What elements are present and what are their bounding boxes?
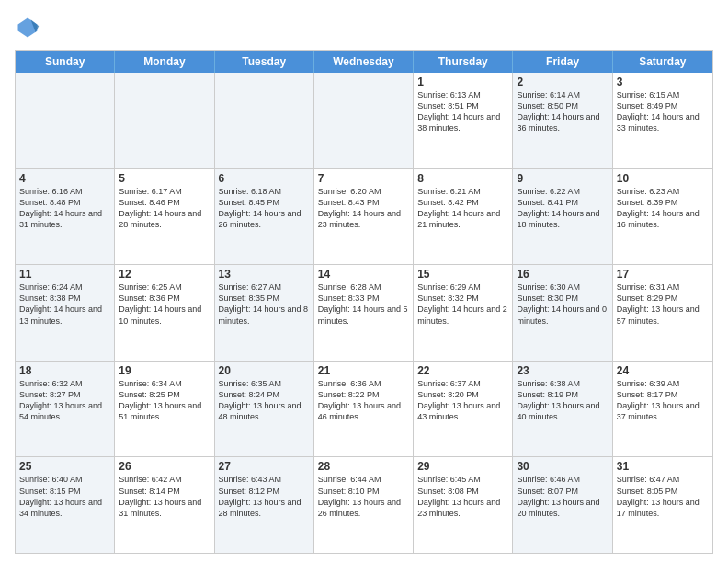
day-number: 16 (517, 268, 608, 281)
day-cell-21: 21Sunrise: 6:36 AM Sunset: 8:22 PM Dayli… (314, 362, 414, 457)
day-info: Sunrise: 6:15 AM Sunset: 8:49 PM Dayligh… (617, 89, 709, 134)
day-info: Sunrise: 6:46 AM Sunset: 8:07 PM Dayligh… (517, 474, 608, 519)
day-info: Sunrise: 6:22 AM Sunset: 8:41 PM Dayligh… (517, 186, 608, 231)
day-number: 10 (617, 172, 709, 185)
day-cell-30: 30Sunrise: 6:46 AM Sunset: 8:07 PM Dayli… (513, 457, 612, 553)
day-info: Sunrise: 6:43 AM Sunset: 8:12 PM Dayligh… (219, 474, 310, 519)
day-cell-17: 17Sunrise: 6:31 AM Sunset: 8:29 PM Dayli… (613, 265, 712, 361)
day-cell-5: 5Sunrise: 6:17 AM Sunset: 8:46 PM Daylig… (115, 169, 214, 265)
calendar-row-1: 4Sunrise: 6:16 AM Sunset: 8:48 PM Daylig… (16, 168, 712, 265)
header-day-wednesday: Wednesday (314, 51, 414, 73)
day-info: Sunrise: 6:28 AM Sunset: 8:33 PM Dayligh… (318, 282, 409, 327)
day-info: Sunrise: 6:29 AM Sunset: 8:32 PM Dayligh… (417, 282, 508, 327)
empty-cell-0-0 (16, 73, 115, 168)
empty-cell-0-3 (314, 73, 414, 168)
day-cell-7: 7Sunrise: 6:20 AM Sunset: 8:43 PM Daylig… (314, 169, 414, 265)
day-info: Sunrise: 6:31 AM Sunset: 8:29 PM Dayligh… (617, 282, 709, 327)
day-number: 12 (119, 268, 210, 281)
header-day-sunday: Sunday (16, 51, 115, 73)
empty-cell-0-1 (115, 73, 214, 168)
day-number: 3 (617, 75, 709, 88)
day-number: 7 (318, 172, 409, 185)
day-number: 27 (219, 460, 310, 473)
header-day-friday: Friday (513, 51, 612, 73)
day-info: Sunrise: 6:20 AM Sunset: 8:43 PM Dayligh… (318, 186, 409, 231)
day-info: Sunrise: 6:18 AM Sunset: 8:45 PM Dayligh… (219, 186, 310, 231)
logo-icon (15, 15, 40, 40)
day-number: 4 (19, 172, 110, 185)
empty-cell-0-2 (215, 73, 314, 168)
day-info: Sunrise: 6:21 AM Sunset: 8:42 PM Dayligh… (417, 186, 508, 231)
calendar-row-2: 11Sunrise: 6:24 AM Sunset: 8:38 PM Dayli… (16, 264, 712, 361)
day-number: 25 (19, 460, 110, 473)
day-info: Sunrise: 6:25 AM Sunset: 8:36 PM Dayligh… (119, 282, 210, 327)
day-number: 6 (219, 172, 310, 185)
day-number: 23 (517, 364, 608, 377)
logo (15, 15, 44, 40)
day-info: Sunrise: 6:13 AM Sunset: 8:51 PM Dayligh… (417, 89, 508, 134)
day-cell-12: 12Sunrise: 6:25 AM Sunset: 8:36 PM Dayli… (115, 265, 214, 361)
day-number: 24 (617, 364, 709, 377)
calendar-row-4: 25Sunrise: 6:40 AM Sunset: 8:15 PM Dayli… (16, 456, 712, 553)
day-info: Sunrise: 6:47 AM Sunset: 8:05 PM Dayligh… (617, 474, 709, 519)
header-day-saturday: Saturday (613, 51, 712, 73)
page: SundayMondayTuesdayWednesdayThursdayFrid… (0, 0, 728, 563)
header-day-tuesday: Tuesday (215, 51, 314, 73)
day-cell-14: 14Sunrise: 6:28 AM Sunset: 8:33 PM Dayli… (314, 265, 414, 361)
day-number: 2 (517, 75, 608, 88)
day-info: Sunrise: 6:24 AM Sunset: 8:38 PM Dayligh… (19, 282, 110, 327)
day-cell-26: 26Sunrise: 6:42 AM Sunset: 8:14 PM Dayli… (115, 457, 214, 553)
day-info: Sunrise: 6:17 AM Sunset: 8:46 PM Dayligh… (119, 186, 210, 231)
day-cell-9: 9Sunrise: 6:22 AM Sunset: 8:41 PM Daylig… (513, 169, 612, 265)
day-number: 29 (417, 460, 508, 473)
day-number: 31 (617, 460, 709, 473)
calendar: SundayMondayTuesdayWednesdayThursdayFrid… (15, 50, 713, 554)
day-cell-28: 28Sunrise: 6:44 AM Sunset: 8:10 PM Dayli… (314, 457, 414, 553)
day-number: 20 (219, 364, 310, 377)
day-info: Sunrise: 6:30 AM Sunset: 8:30 PM Dayligh… (517, 282, 608, 327)
day-cell-11: 11Sunrise: 6:24 AM Sunset: 8:38 PM Dayli… (16, 265, 115, 361)
day-info: Sunrise: 6:45 AM Sunset: 8:08 PM Dayligh… (417, 474, 508, 519)
day-info: Sunrise: 6:14 AM Sunset: 8:50 PM Dayligh… (517, 89, 608, 134)
calendar-row-3: 18Sunrise: 6:32 AM Sunset: 8:27 PM Dayli… (16, 361, 712, 457)
day-number: 13 (219, 268, 310, 281)
day-info: Sunrise: 6:34 AM Sunset: 8:25 PM Dayligh… (119, 378, 210, 423)
day-info: Sunrise: 6:36 AM Sunset: 8:22 PM Dayligh… (318, 378, 409, 423)
day-number: 1 (417, 75, 508, 88)
day-cell-24: 24Sunrise: 6:39 AM Sunset: 8:17 PM Dayli… (613, 362, 712, 457)
day-number: 8 (417, 172, 508, 185)
calendar-body: 1Sunrise: 6:13 AM Sunset: 8:51 PM Daylig… (16, 73, 712, 553)
day-cell-16: 16Sunrise: 6:30 AM Sunset: 8:30 PM Dayli… (513, 265, 612, 361)
day-cell-1: 1Sunrise: 6:13 AM Sunset: 8:51 PM Daylig… (414, 73, 513, 168)
day-number: 9 (517, 172, 608, 185)
day-number: 15 (417, 268, 508, 281)
day-info: Sunrise: 6:44 AM Sunset: 8:10 PM Dayligh… (318, 474, 409, 519)
day-cell-22: 22Sunrise: 6:37 AM Sunset: 8:20 PM Dayli… (414, 362, 513, 457)
day-cell-18: 18Sunrise: 6:32 AM Sunset: 8:27 PM Dayli… (16, 362, 115, 457)
header-day-monday: Monday (115, 51, 214, 73)
day-cell-8: 8Sunrise: 6:21 AM Sunset: 8:42 PM Daylig… (414, 169, 513, 265)
day-number: 14 (318, 268, 409, 281)
day-info: Sunrise: 6:39 AM Sunset: 8:17 PM Dayligh… (617, 378, 709, 423)
header-day-thursday: Thursday (414, 51, 513, 73)
day-info: Sunrise: 6:37 AM Sunset: 8:20 PM Dayligh… (417, 378, 508, 423)
day-number: 18 (19, 364, 110, 377)
day-number: 28 (318, 460, 409, 473)
calendar-header: SundayMondayTuesdayWednesdayThursdayFrid… (16, 51, 712, 73)
day-number: 21 (318, 364, 409, 377)
day-cell-6: 6Sunrise: 6:18 AM Sunset: 8:45 PM Daylig… (215, 169, 314, 265)
day-number: 22 (417, 364, 508, 377)
day-info: Sunrise: 6:23 AM Sunset: 8:39 PM Dayligh… (617, 186, 709, 231)
day-cell-19: 19Sunrise: 6:34 AM Sunset: 8:25 PM Dayli… (115, 362, 214, 457)
day-cell-23: 23Sunrise: 6:38 AM Sunset: 8:19 PM Dayli… (513, 362, 612, 457)
day-cell-27: 27Sunrise: 6:43 AM Sunset: 8:12 PM Dayli… (215, 457, 314, 553)
day-cell-25: 25Sunrise: 6:40 AM Sunset: 8:15 PM Dayli… (16, 457, 115, 553)
day-number: 26 (119, 460, 210, 473)
header (15, 15, 713, 40)
day-cell-13: 13Sunrise: 6:27 AM Sunset: 8:35 PM Dayli… (215, 265, 314, 361)
day-cell-10: 10Sunrise: 6:23 AM Sunset: 8:39 PM Dayli… (613, 169, 712, 265)
day-info: Sunrise: 6:40 AM Sunset: 8:15 PM Dayligh… (19, 474, 110, 519)
day-cell-20: 20Sunrise: 6:35 AM Sunset: 8:24 PM Dayli… (215, 362, 314, 457)
day-cell-29: 29Sunrise: 6:45 AM Sunset: 8:08 PM Dayli… (414, 457, 513, 553)
day-info: Sunrise: 6:42 AM Sunset: 8:14 PM Dayligh… (119, 474, 210, 519)
